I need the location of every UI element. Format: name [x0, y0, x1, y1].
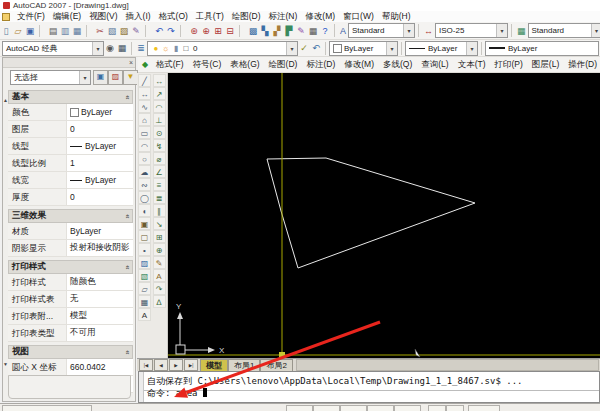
plot-preview-icon[interactable]: ▥	[59, 24, 71, 38]
dimension-style-icon[interactable]: ∆	[153, 295, 166, 308]
markup-set-manager-icon[interactable]: ✎	[295, 24, 307, 38]
linetype-combo[interactable]: ByLayer ▾	[405, 41, 478, 56]
layout-tab[interactable]: 模型	[200, 359, 228, 371]
menu-item[interactable]: 格式(F)	[151, 59, 188, 71]
center-mark-icon[interactable]: ⊕	[153, 243, 166, 256]
menu-item[interactable]: 操作(D)	[564, 59, 600, 71]
status-toggle-button[interactable]	[394, 405, 421, 411]
chevron-down-icon[interactable]: ▾	[386, 42, 397, 55]
layout-tab[interactable]: 布局1	[228, 359, 260, 371]
horizontal-scrollbar[interactable]	[296, 359, 599, 371]
redo-icon[interactable]: ↷	[165, 24, 177, 38]
property-value[interactable]: ByLayer	[67, 138, 133, 154]
layer-properties-manager-icon[interactable]: ≣	[135, 41, 147, 55]
polygon-icon[interactable]: ⌂	[138, 113, 151, 126]
menu-item[interactable]: 修改(M)	[301, 11, 339, 23]
separator[interactable]	[239, 25, 245, 37]
layer-on-bulb-icon[interactable]: ●	[151, 43, 161, 54]
collapse-chevron-icon[interactable]: «	[122, 95, 131, 99]
spline-icon[interactable]: ∾	[138, 178, 151, 191]
menu-item[interactable]: 表格(G)	[226, 59, 264, 71]
property-value[interactable]: 660.0402	[67, 359, 133, 375]
menu-item[interactable]: 绘图(D)	[264, 59, 302, 71]
revision-cloud-icon[interactable]: ☁	[138, 165, 151, 178]
collapse-chevron-icon[interactable]: «	[122, 350, 131, 354]
menu-item[interactable]: 插入(I)	[122, 11, 155, 23]
layout-tab[interactable]: 布局2	[260, 359, 292, 371]
tab-first-button[interactable]: |◀	[139, 359, 153, 371]
chevron-down-icon[interactable]: ▾	[286, 42, 297, 55]
status-toggle-button[interactable]	[428, 405, 446, 411]
angular-icon[interactable]: ∠	[153, 165, 166, 178]
dimension-edit-icon[interactable]: ✎	[153, 256, 166, 269]
chevron-down-icon[interactable]: ▾	[591, 24, 600, 37]
menu-item[interactable]: 多线(Q)	[378, 59, 416, 71]
quick-leader-icon[interactable]: ↘	[153, 217, 166, 230]
circle-icon[interactable]: ○	[138, 152, 151, 165]
hatch-icon[interactable]: ▨	[138, 256, 151, 269]
continue-icon[interactable]: ∥	[153, 204, 166, 217]
chevron-down-icon[interactable]: ▾	[79, 71, 90, 84]
insert-block-icon[interactable]: ▣	[138, 217, 151, 230]
property-value[interactable]: 不可用	[67, 325, 133, 341]
select-objects-button[interactable]: ▼	[123, 70, 138, 85]
rectangle-icon[interactable]: ▭	[138, 126, 151, 139]
make-object-layer-current-icon[interactable]: ✓	[298, 41, 310, 55]
text-icon[interactable]: A	[138, 308, 151, 321]
cut-icon[interactable]: ✂	[94, 24, 106, 38]
menu-item[interactable]: 格式(O)	[155, 11, 192, 23]
selection-combo[interactable]: 无选择 ▾	[10, 70, 91, 85]
arc-length-icon[interactable]: ◠	[153, 100, 166, 113]
property-value[interactable]: 无	[67, 291, 133, 307]
open-folder-icon[interactable]: ▱	[12, 24, 24, 38]
menu-item[interactable]: 标注(N)	[265, 11, 302, 23]
property-value[interactable]: 随颜色	[67, 274, 133, 290]
chevron-down-icon[interactable]: ▾	[466, 42, 477, 55]
status-toggle-button[interactable]	[286, 405, 313, 411]
baseline-icon[interactable]: ≣	[153, 191, 166, 204]
collapse-chevron-icon[interactable]: «	[122, 214, 131, 218]
property-value[interactable]: ByLayer	[67, 104, 133, 120]
menu-item[interactable]: 工具(T)	[192, 11, 228, 23]
command-input-line[interactable]: 命令: area	[144, 384, 599, 402]
layer-previous-icon[interactable]: ↶	[310, 41, 322, 55]
pickadd-toggle-button[interactable]: ▣	[93, 70, 108, 85]
workspace-save-icon[interactable]: ▦	[116, 41, 128, 55]
menu-item[interactable]: 窗口(W)	[339, 11, 378, 23]
chevron-down-icon[interactable]: ▾	[92, 42, 103, 55]
menu-item[interactable]: 文件(F)	[13, 11, 49, 23]
table-icon[interactable]: ▦	[138, 295, 151, 308]
properties-palette-icon[interactable]: ▩	[247, 24, 259, 38]
status-toggle-button[interactable]	[468, 405, 500, 411]
palette-section-header[interactable]: 打印样式 «	[8, 260, 133, 274]
tab-prev-button[interactable]: ◀	[154, 359, 168, 371]
status-toggle-button[interactable]	[367, 405, 394, 411]
publish-icon[interactable]: ▦	[71, 24, 83, 38]
match-properties-icon[interactable]: ✎	[130, 24, 142, 38]
separator[interactable]	[86, 25, 92, 37]
separator[interactable]	[39, 25, 45, 37]
menu-item[interactable]: 查询(L)	[417, 59, 453, 71]
status-toggle-button[interactable]	[446, 405, 464, 411]
layer-lock-icon[interactable]: ▮	[171, 43, 181, 54]
pan-icon[interactable]: ⊛	[188, 24, 200, 38]
workspace-settings-icon[interactable]: ◉	[104, 41, 116, 55]
copy-icon[interactable]: ▧	[106, 24, 118, 38]
property-value[interactable]: ByLayer	[67, 223, 133, 239]
tab-next-button[interactable]: ▶	[169, 359, 183, 371]
gradient-icon[interactable]: ▧	[138, 269, 151, 282]
save-icon[interactable]: ▣	[24, 24, 36, 38]
construction-line-icon[interactable]: ↔	[138, 87, 151, 100]
table-style-combo[interactable]: Standard ▾	[528, 23, 600, 38]
workspace-combo[interactable]: AutoCAD 经典 ▾	[2, 41, 104, 56]
palette-section-header[interactable]: 三维效果 «	[8, 209, 133, 223]
property-value[interactable]: 0	[67, 189, 133, 205]
menu-item[interactable]: 符号(C)	[188, 59, 226, 71]
palette-section-header[interactable]: 视图 «	[8, 345, 133, 359]
make-block-icon[interactable]: ▢	[138, 230, 151, 243]
paste-icon[interactable]: ▨	[118, 24, 130, 38]
property-value[interactable]: 0	[67, 121, 133, 137]
palette-section-header[interactable]: 基本 «	[8, 90, 133, 104]
drawing-window-icon[interactable]	[2, 13, 10, 21]
layer-combo[interactable]: ●☼▮□ 0 ▾	[147, 41, 298, 56]
